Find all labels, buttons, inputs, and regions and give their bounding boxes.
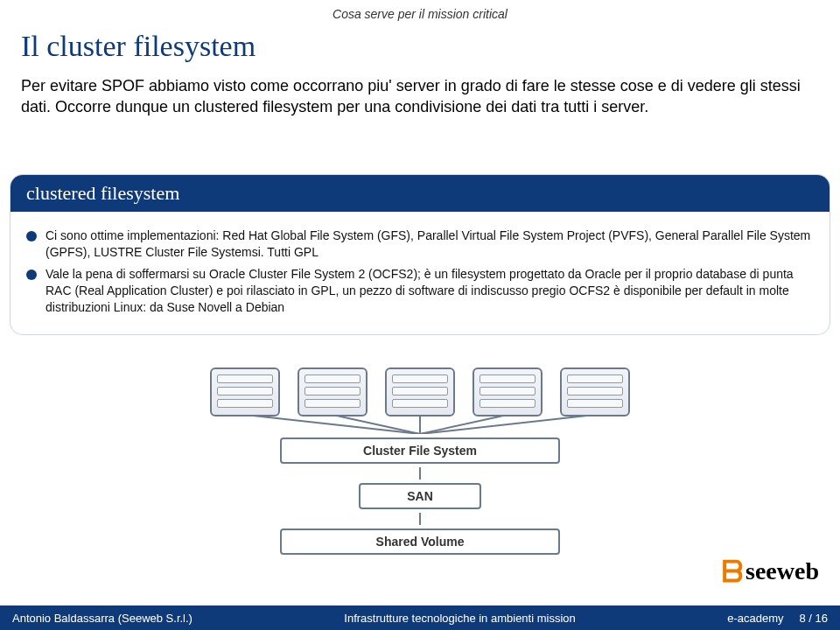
svg-line-4 [420, 415, 595, 434]
box-body: Ci sono ottime implementazioni: Red Hat … [10, 212, 830, 334]
box-header: clustered filesystem [10, 175, 830, 212]
svg-line-3 [420, 415, 508, 434]
logo-text: seeweb [746, 557, 819, 584]
diagram-label-san: SAN [359, 483, 481, 509]
bullet-text: Ci sono ottime implementazioni: Red Hat … [46, 228, 814, 261]
server-icon [210, 368, 280, 416]
footer-page: 8 / 16 [799, 612, 828, 625]
bullet-item: Vale la pena di soffermarsi su Oracle Cl… [26, 266, 814, 316]
bullet-icon [26, 270, 37, 280]
server-icon [385, 368, 455, 416]
bullet-text: Vale la pena di soffermarsi su Oracle Cl… [46, 266, 814, 316]
breadcrumb: Cosa serve per il mission critical [0, 7, 840, 21]
callout-box: clustered filesystem Ci sono ottime impl… [10, 175, 830, 334]
body-paragraph: Per evitare SPOF abbiamo visto come occo… [21, 75, 819, 118]
diagram-label-shared: Shared Volume [280, 528, 560, 555]
diagram-label-cfs: Cluster File System [280, 438, 560, 464]
bullet-item: Ci sono ottime implementazioni: Red Hat … [26, 228, 814, 261]
connector-line [131, 513, 709, 525]
brand-logo: ᗷseeweb [722, 556, 819, 590]
logo-glyph-icon: ᗷ [722, 556, 744, 588]
slide-title: Il cluster filesystem [21, 30, 256, 63]
footer-author: Antonio Baldassarra (Seeweb S.r.l.) [12, 612, 192, 625]
bullet-icon [26, 231, 37, 242]
server-icon [472, 368, 542, 416]
svg-line-0 [245, 415, 420, 434]
footer-bar: Antonio Baldassarra (Seeweb S.r.l.) Infr… [0, 606, 840, 630]
connector-lines [131, 416, 709, 434]
footer-title: Infrastrutture tecnologiche in ambienti … [192, 612, 727, 625]
connector-line [131, 467, 709, 480]
footer-venue: e-academy [727, 612, 783, 625]
svg-line-1 [332, 415, 420, 434]
server-row [131, 368, 709, 416]
server-icon [298, 368, 368, 416]
server-icon [560, 368, 630, 416]
architecture-diagram: Cluster File System SAN Shared Volume [131, 368, 709, 551]
